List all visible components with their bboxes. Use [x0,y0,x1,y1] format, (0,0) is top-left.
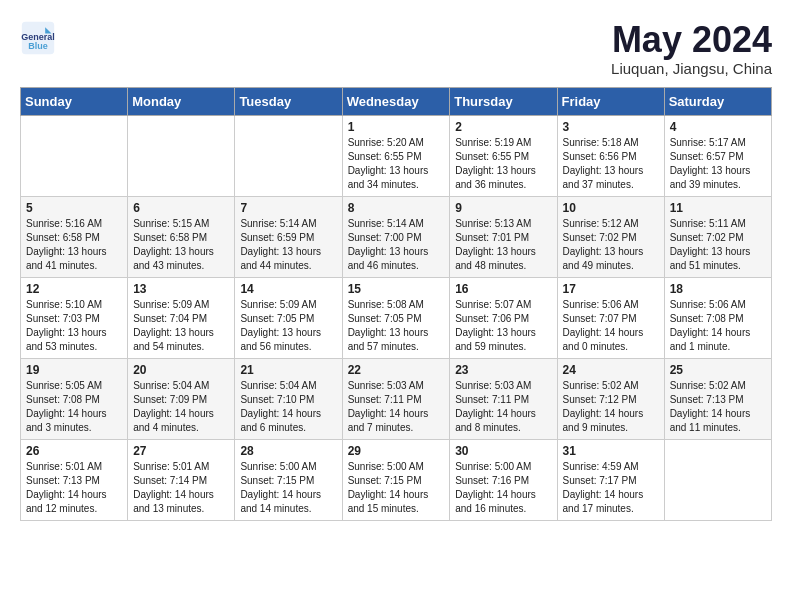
calendar-cell: 31Sunrise: 4:59 AM Sunset: 7:17 PM Dayli… [557,439,664,520]
calendar-cell: 28Sunrise: 5:00 AM Sunset: 7:15 PM Dayli… [235,439,342,520]
calendar-cell: 4Sunrise: 5:17 AM Sunset: 6:57 PM Daylig… [664,115,771,196]
day-number: 17 [563,282,659,296]
day-info: Sunrise: 5:10 AM Sunset: 7:03 PM Dayligh… [26,298,122,354]
calendar-week-row: 5Sunrise: 5:16 AM Sunset: 6:58 PM Daylig… [21,196,772,277]
calendar-cell: 17Sunrise: 5:06 AM Sunset: 7:07 PM Dayli… [557,277,664,358]
day-number: 7 [240,201,336,215]
day-number: 25 [670,363,766,377]
calendar-week-row: 12Sunrise: 5:10 AM Sunset: 7:03 PM Dayli… [21,277,772,358]
day-info: Sunrise: 5:09 AM Sunset: 7:04 PM Dayligh… [133,298,229,354]
day-number: 2 [455,120,551,134]
day-of-week-header: Saturday [664,87,771,115]
day-info: Sunrise: 5:14 AM Sunset: 7:00 PM Dayligh… [348,217,445,273]
day-number: 22 [348,363,445,377]
calendar-cell: 5Sunrise: 5:16 AM Sunset: 6:58 PM Daylig… [21,196,128,277]
calendar-cell [21,115,128,196]
location-subtitle: Liuquan, Jiangsu, China [611,60,772,77]
day-info: Sunrise: 5:04 AM Sunset: 7:10 PM Dayligh… [240,379,336,435]
day-info: Sunrise: 4:59 AM Sunset: 7:17 PM Dayligh… [563,460,659,516]
calendar-cell: 29Sunrise: 5:00 AM Sunset: 7:15 PM Dayli… [342,439,450,520]
day-info: Sunrise: 5:17 AM Sunset: 6:57 PM Dayligh… [670,136,766,192]
day-number: 27 [133,444,229,458]
calendar-cell: 26Sunrise: 5:01 AM Sunset: 7:13 PM Dayli… [21,439,128,520]
day-number: 26 [26,444,122,458]
calendar-cell: 6Sunrise: 5:15 AM Sunset: 6:58 PM Daylig… [128,196,235,277]
calendar-cell: 21Sunrise: 5:04 AM Sunset: 7:10 PM Dayli… [235,358,342,439]
day-info: Sunrise: 5:00 AM Sunset: 7:15 PM Dayligh… [348,460,445,516]
day-info: Sunrise: 5:02 AM Sunset: 7:13 PM Dayligh… [670,379,766,435]
day-info: Sunrise: 5:15 AM Sunset: 6:58 PM Dayligh… [133,217,229,273]
day-number: 24 [563,363,659,377]
day-of-week-header: Monday [128,87,235,115]
calendar-cell: 12Sunrise: 5:10 AM Sunset: 7:03 PM Dayli… [21,277,128,358]
day-info: Sunrise: 5:00 AM Sunset: 7:16 PM Dayligh… [455,460,551,516]
calendar-cell: 8Sunrise: 5:14 AM Sunset: 7:00 PM Daylig… [342,196,450,277]
calendar-cell [235,115,342,196]
calendar-cell: 30Sunrise: 5:00 AM Sunset: 7:16 PM Dayli… [450,439,557,520]
calendar-week-row: 26Sunrise: 5:01 AM Sunset: 7:13 PM Dayli… [21,439,772,520]
calendar-cell: 14Sunrise: 5:09 AM Sunset: 7:05 PM Dayli… [235,277,342,358]
calendar-cell: 13Sunrise: 5:09 AM Sunset: 7:04 PM Dayli… [128,277,235,358]
day-number: 12 [26,282,122,296]
logo-icon: General Blue [20,20,56,56]
calendar-cell: 19Sunrise: 5:05 AM Sunset: 7:08 PM Dayli… [21,358,128,439]
calendar-week-row: 19Sunrise: 5:05 AM Sunset: 7:08 PM Dayli… [21,358,772,439]
day-of-week-header: Wednesday [342,87,450,115]
day-info: Sunrise: 5:03 AM Sunset: 7:11 PM Dayligh… [348,379,445,435]
day-info: Sunrise: 5:20 AM Sunset: 6:55 PM Dayligh… [348,136,445,192]
calendar-cell: 3Sunrise: 5:18 AM Sunset: 6:56 PM Daylig… [557,115,664,196]
day-info: Sunrise: 5:01 AM Sunset: 7:13 PM Dayligh… [26,460,122,516]
day-info: Sunrise: 5:18 AM Sunset: 6:56 PM Dayligh… [563,136,659,192]
calendar-table: SundayMondayTuesdayWednesdayThursdayFrid… [20,87,772,521]
day-info: Sunrise: 5:06 AM Sunset: 7:07 PM Dayligh… [563,298,659,354]
day-number: 4 [670,120,766,134]
day-number: 16 [455,282,551,296]
calendar-cell: 11Sunrise: 5:11 AM Sunset: 7:02 PM Dayli… [664,196,771,277]
calendar-cell: 27Sunrise: 5:01 AM Sunset: 7:14 PM Dayli… [128,439,235,520]
day-info: Sunrise: 5:06 AM Sunset: 7:08 PM Dayligh… [670,298,766,354]
day-number: 3 [563,120,659,134]
day-number: 14 [240,282,336,296]
day-of-week-header: Friday [557,87,664,115]
day-info: Sunrise: 5:01 AM Sunset: 7:14 PM Dayligh… [133,460,229,516]
day-of-week-header: Thursday [450,87,557,115]
calendar-cell: 10Sunrise: 5:12 AM Sunset: 7:02 PM Dayli… [557,196,664,277]
calendar-cell: 16Sunrise: 5:07 AM Sunset: 7:06 PM Dayli… [450,277,557,358]
day-number: 28 [240,444,336,458]
day-info: Sunrise: 5:09 AM Sunset: 7:05 PM Dayligh… [240,298,336,354]
day-number: 10 [563,201,659,215]
calendar-cell: 22Sunrise: 5:03 AM Sunset: 7:11 PM Dayli… [342,358,450,439]
day-number: 23 [455,363,551,377]
calendar-cell: 23Sunrise: 5:03 AM Sunset: 7:11 PM Dayli… [450,358,557,439]
calendar-header-row: SundayMondayTuesdayWednesdayThursdayFrid… [21,87,772,115]
month-year-title: May 2024 [611,20,772,60]
day-number: 6 [133,201,229,215]
svg-text:Blue: Blue [28,41,48,51]
calendar-cell [664,439,771,520]
calendar-cell: 20Sunrise: 5:04 AM Sunset: 7:09 PM Dayli… [128,358,235,439]
calendar-cell: 25Sunrise: 5:02 AM Sunset: 7:13 PM Dayli… [664,358,771,439]
day-number: 13 [133,282,229,296]
day-info: Sunrise: 5:02 AM Sunset: 7:12 PM Dayligh… [563,379,659,435]
day-number: 29 [348,444,445,458]
day-of-week-header: Sunday [21,87,128,115]
day-info: Sunrise: 5:14 AM Sunset: 6:59 PM Dayligh… [240,217,336,273]
day-info: Sunrise: 5:13 AM Sunset: 7:01 PM Dayligh… [455,217,551,273]
calendar-cell: 24Sunrise: 5:02 AM Sunset: 7:12 PM Dayli… [557,358,664,439]
day-info: Sunrise: 5:00 AM Sunset: 7:15 PM Dayligh… [240,460,336,516]
calendar-cell: 18Sunrise: 5:06 AM Sunset: 7:08 PM Dayli… [664,277,771,358]
logo: General Blue [20,20,56,56]
calendar-cell: 9Sunrise: 5:13 AM Sunset: 7:01 PM Daylig… [450,196,557,277]
calendar-cell: 1Sunrise: 5:20 AM Sunset: 6:55 PM Daylig… [342,115,450,196]
day-number: 21 [240,363,336,377]
calendar-week-row: 1Sunrise: 5:20 AM Sunset: 6:55 PM Daylig… [21,115,772,196]
day-number: 1 [348,120,445,134]
calendar-cell: 7Sunrise: 5:14 AM Sunset: 6:59 PM Daylig… [235,196,342,277]
day-info: Sunrise: 5:03 AM Sunset: 7:11 PM Dayligh… [455,379,551,435]
day-number: 5 [26,201,122,215]
day-number: 8 [348,201,445,215]
day-info: Sunrise: 5:16 AM Sunset: 6:58 PM Dayligh… [26,217,122,273]
day-info: Sunrise: 5:05 AM Sunset: 7:08 PM Dayligh… [26,379,122,435]
calendar-cell: 2Sunrise: 5:19 AM Sunset: 6:55 PM Daylig… [450,115,557,196]
day-number: 11 [670,201,766,215]
